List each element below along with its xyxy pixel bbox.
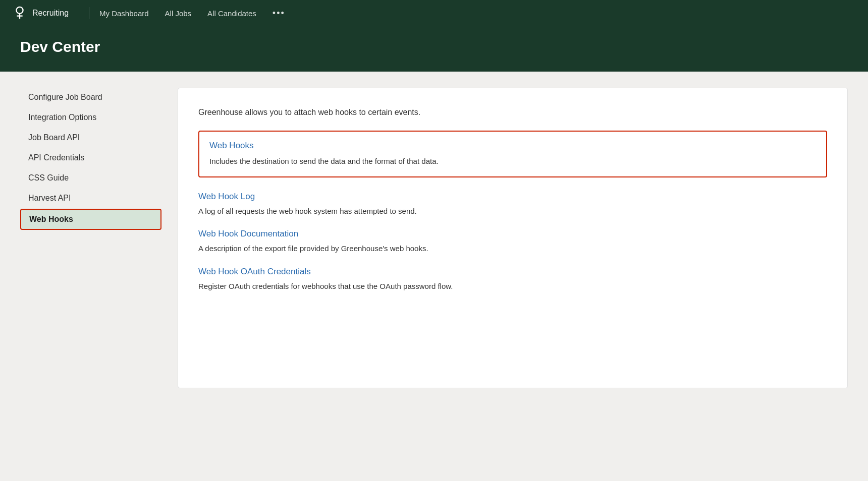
nav-logo[interactable]: Recruiting — [12, 6, 69, 21]
web-hook-log-link[interactable]: Web Hook Log — [198, 192, 827, 202]
sidebar-item-job-board-api[interactable]: Job Board API — [20, 128, 161, 147]
web-hook-log-desc: A log of all requests the web hook syste… — [198, 206, 827, 217]
web-hook-oauth-section: Web Hook OAuth Credentials Register OAut… — [198, 267, 827, 292]
top-nav: Recruiting My Dashboard All Jobs All Can… — [0, 0, 868, 26]
web-hook-documentation-desc: A description of the export file provide… — [198, 243, 827, 255]
sidebar-item-api-credentials[interactable]: API Credentials — [20, 148, 161, 167]
sidebar-item-web-hooks[interactable]: Web Hooks — [20, 209, 161, 230]
web-hooks-section-card: Web Hooks Includes the destination to se… — [198, 131, 827, 177]
sidebar-item-integration-options[interactable]: Integration Options — [20, 108, 161, 127]
web-hook-documentation-section: Web Hook Documentation A description of … — [198, 229, 827, 255]
content-area: Greenhouse allows you to attach web hook… — [178, 88, 848, 388]
sidebar-item-harvest-api[interactable]: Harvest API — [20, 189, 161, 208]
nav-logo-text: Recruiting — [32, 9, 69, 18]
page-title: Dev Center — [20, 38, 848, 55]
sidebar: Configure Job Board Integration Options … — [20, 88, 161, 388]
web-hooks-desc: Includes the destination to send the dat… — [209, 156, 816, 167]
sidebar-item-css-guide[interactable]: CSS Guide — [20, 168, 161, 188]
greenhouse-logo-icon — [12, 6, 27, 21]
main-layout: Configure Job Board Integration Options … — [0, 72, 868, 404]
nav-link-candidates[interactable]: All Candidates — [207, 9, 256, 18]
web-hook-oauth-desc: Register OAuth credentials for webhooks … — [198, 281, 827, 292]
nav-link-dashboard[interactable]: My Dashboard — [99, 9, 149, 18]
page-header: Dev Center — [0, 26, 868, 72]
nav-links: My Dashboard All Jobs All Candidates ••• — [99, 8, 285, 19]
nav-more-button[interactable]: ••• — [273, 8, 285, 19]
web-hook-oauth-link[interactable]: Web Hook OAuth Credentials — [198, 267, 827, 277]
intro-text: Greenhouse allows you to attach web hook… — [198, 106, 827, 118]
sidebar-item-configure-job-board[interactable]: Configure Job Board — [20, 88, 161, 107]
web-hook-documentation-link[interactable]: Web Hook Documentation — [198, 229, 827, 239]
nav-link-jobs[interactable]: All Jobs — [165, 9, 192, 18]
svg-point-0 — [16, 7, 23, 14]
nav-divider — [89, 7, 89, 19]
web-hooks-link[interactable]: Web Hooks — [209, 141, 816, 151]
web-hook-log-section: Web Hook Log A log of all requests the w… — [198, 192, 827, 217]
